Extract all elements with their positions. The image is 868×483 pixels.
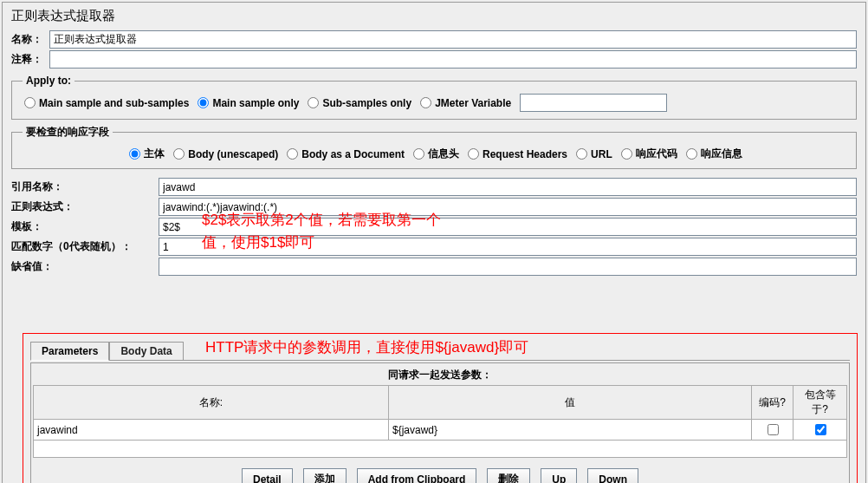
check-body-input[interactable]	[129, 148, 140, 160]
check-body-unescaped-label: Body (unescaped)	[188, 148, 278, 160]
delete-button[interactable]: 删除	[487, 468, 530, 483]
matchno-input[interactable]	[159, 238, 857, 256]
down-button[interactable]: Down	[587, 468, 638, 483]
apply-sub-only-label: Sub-samples only	[322, 97, 411, 109]
param-encode-check[interactable]	[768, 424, 779, 435]
check-body-doc-input[interactable]	[287, 148, 298, 160]
check-code-input[interactable]	[621, 148, 632, 160]
check-body-unescaped-radio[interactable]: Body (unescaped)	[173, 148, 278, 160]
apply-main-sub-input[interactable]	[24, 97, 36, 108]
apply-main-sub-label: Main sample and sub-samples	[39, 97, 189, 109]
table-empty-row	[34, 441, 847, 458]
apply-main-only-radio[interactable]: Main sample only	[198, 97, 299, 109]
tab-body-data[interactable]: Body Data	[109, 342, 183, 361]
apply-jmeter-var-input[interactable]	[420, 97, 431, 108]
check-message-label: 响应信息	[701, 147, 742, 161]
apply-to-fieldset: Apply to: Main sample and sub-samples Ma…	[11, 75, 857, 120]
check-headers-info-label: 信息头	[428, 147, 459, 161]
check-headers-info-radio[interactable]: 信息头	[413, 147, 459, 161]
check-url-radio[interactable]: URL	[576, 148, 612, 160]
apply-to-legend: Apply to:	[23, 75, 74, 87]
jmeter-variable-input[interactable]	[520, 94, 667, 112]
param-eq-cell[interactable]	[794, 420, 847, 441]
template-input[interactable]	[159, 218, 857, 236]
regex-input[interactable]	[159, 198, 857, 216]
check-req-headers-input[interactable]	[468, 148, 479, 160]
check-body-doc-label: Body as a Document	[301, 148, 405, 160]
check-body-label: 主体	[144, 147, 165, 161]
check-field-row: 主体 Body (unescaped) Body as a Document 信…	[23, 145, 849, 163]
apply-sub-only-radio[interactable]: Sub-samples only	[308, 97, 411, 109]
matchno-label: 匹配数字（0代表随机）：	[11, 239, 159, 254]
param-value-cell[interactable]: ${javawd}	[389, 420, 752, 441]
check-body-doc-radio[interactable]: Body as a Document	[287, 148, 405, 160]
apply-main-sub-radio[interactable]: Main sample and sub-samples	[24, 97, 189, 109]
apply-jmeter-var-label: JMeter Variable	[435, 97, 511, 109]
col-encode: 编码?	[752, 386, 794, 420]
col-value: 值	[389, 386, 752, 420]
ref-name-label: 引用名称：	[11, 179, 159, 194]
check-req-headers-label: Request Headers	[483, 148, 567, 160]
param-encode-cell[interactable]	[752, 420, 794, 441]
check-message-input[interactable]	[686, 148, 697, 160]
col-eq: 包含等于?	[794, 386, 847, 420]
template-label: 模板：	[11, 219, 159, 234]
comment-input[interactable]	[49, 50, 857, 69]
apply-main-only-input[interactable]	[198, 97, 209, 108]
check-code-label: 响应代码	[636, 147, 677, 161]
param-eq-check[interactable]	[815, 424, 826, 435]
http-params-section: Parameters Body Data HTTP请求中的参数调用，直接使用${…	[23, 333, 858, 483]
detail-button[interactable]: Detail	[242, 468, 293, 483]
params-panel: 同请求一起发送参数： 名称: 值 编码? 包含等于? javawind ${ja…	[30, 362, 850, 483]
comment-label: 注释：	[11, 52, 44, 67]
check-headers-info-input[interactable]	[413, 148, 424, 160]
regex-label: 正则表达式：	[11, 199, 159, 214]
check-message-radio[interactable]: 响应信息	[686, 147, 742, 161]
panel-title: 正则表达式提取器	[3, 3, 865, 29]
check-url-label: URL	[591, 148, 612, 160]
apply-main-only-label: Main sample only	[212, 97, 299, 109]
params-buttons: Detail 添加 Add from Clipboard 删除 Up Down	[33, 458, 847, 483]
tab-parameters[interactable]: Parameters	[30, 342, 109, 361]
col-name: 名称:	[34, 386, 389, 420]
regex-extractor-panel: 正则表达式提取器 名称： 注释： Apply to: Main sample a…	[2, 2, 866, 483]
apply-sub-only-input[interactable]	[308, 97, 319, 108]
check-field-fieldset: 要检查的响应字段 主体 Body (unescaped) Body as a D…	[11, 125, 857, 169]
apply-jmeter-var-radio[interactable]: JMeter Variable	[420, 97, 511, 109]
check-body-radio[interactable]: 主体	[129, 147, 165, 161]
check-code-radio[interactable]: 响应代码	[621, 147, 677, 161]
comment-row: 注释：	[3, 49, 865, 69]
check-url-input[interactable]	[576, 148, 587, 160]
default-label: 缺省值：	[11, 259, 159, 274]
params-table: 名称: 值 编码? 包含等于? javawind ${javawd}	[33, 385, 847, 458]
ref-name-input[interactable]	[159, 178, 857, 196]
check-body-unescaped-input[interactable]	[173, 148, 185, 160]
table-row[interactable]: javawind ${javawd}	[34, 420, 847, 441]
extractor-fields: 引用名称： 正则表达式： 模板： 匹配数字（0代表随机）： 缺省值： $2$表示…	[3, 174, 865, 276]
name-row: 名称：	[3, 29, 865, 49]
apply-to-row: Main sample and sub-samples Main sample …	[23, 92, 849, 114]
check-req-headers-radio[interactable]: Request Headers	[468, 148, 567, 160]
add-button[interactable]: 添加	[303, 468, 347, 483]
up-button[interactable]: Up	[541, 468, 577, 483]
name-input[interactable]	[49, 30, 857, 49]
params-title: 同请求一起发送参数：	[33, 365, 847, 385]
params-tabs: Parameters Body Data	[30, 341, 850, 361]
default-input[interactable]	[159, 258, 857, 276]
param-name-cell[interactable]: javawind	[34, 420, 389, 441]
add-from-clipboard-button[interactable]: Add from Clipboard	[357, 468, 477, 483]
check-field-legend: 要检查的响应字段	[23, 125, 113, 140]
name-label: 名称：	[11, 32, 44, 47]
